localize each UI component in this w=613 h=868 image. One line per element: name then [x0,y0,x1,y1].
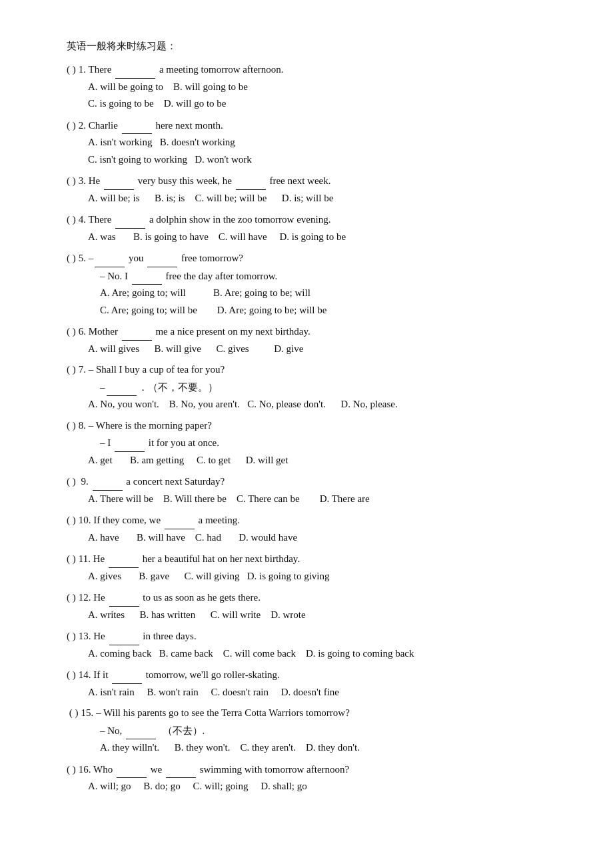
q5-options-row1: A. Are; going to; will B. Are; going to … [100,285,560,302]
question-4: ( ) 4. There a dolphin show in the zoo t… [67,211,560,245]
question-5: ( ) 5. – you free tomorrow? – No. I free… [67,249,560,319]
q8-text: 8. – Where is the morning paper? [79,417,212,435]
q8-paren: ( ) [67,417,76,435]
q5-text: 5. – you free tomorrow? [79,249,243,267]
q7-paren: ( ) [67,361,76,379]
question-7: ( ) 7. – Shall I buy a cup of tea for yo… [67,361,560,413]
question-15: ( ) 15. – Will his parents go to see the… [67,705,560,757]
q5-options-row2: C. Are; going to; will be D. Are; going … [100,302,560,319]
q2-paren: ( ) [67,117,76,135]
q11-text: 11. He her a beautiful hat on her next b… [79,550,300,568]
q10-paren: ( ) [67,512,76,529]
q7-sub1: – ．（不，不要。） [100,379,560,397]
q15-sub1: – No, （不去）. [100,722,560,740]
question-3: ( ) 3. He very busy this week, he free n… [67,172,560,207]
q12-text: 12. He to us as soon as he gets there. [79,589,261,607]
q15-options-row1: A. they willn't. B. they won't. C. they … [100,739,560,757]
q8-options-row1: A. get B. am getting C. to get D. will g… [88,452,560,469]
q9-options-row1: A. There will be B. Will there be C. The… [88,491,560,508]
question-12: ( ) 12. He to us as soon as he gets ther… [67,589,560,623]
q11-paren: ( ) [67,551,76,568]
question-16: ( ) 16. Who we swimming with tomorrow af… [67,761,560,795]
q2-text: 2. Charlie here next month. [79,117,223,135]
q8-sub1: – I it for you at once. [100,434,560,452]
question-1: ( ) 1. There a meeting tomorrow afternoo… [67,61,560,113]
q11-options-row1: A. gives B. gave C. will giving D. is go… [88,568,560,585]
q16-paren: ( ) [67,761,76,779]
q4-text: 4. There a dolphin show in the zoo tomor… [79,211,331,229]
q3-text: 3. He very busy this week, he free next … [79,172,331,190]
q14-paren: ( ) [67,667,76,684]
q6-options-row1: A. will gives B. will give C. gives D. g… [88,341,560,358]
q10-text: 10. If they come, we a meeting. [79,511,240,529]
q2-options-row2: C. isn't going to working D. won't work [88,151,560,169]
q5-paren: ( ) [67,250,76,267]
q12-paren: ( ) [67,589,76,607]
question-6: ( ) 6. Mother me a nice present on my ne… [67,323,560,357]
q9-paren: ( ) [67,473,76,491]
question-9: ( ) 9. a concert next Saturday? A. There… [67,473,560,507]
q14-options-row1: A. isn't rain B. won't rain C. doesn't r… [88,684,560,701]
q3-paren: ( ) [67,173,76,190]
q7-options-row1: A. No, you won't. B. No, you aren't. C. … [88,396,560,413]
question-2: ( ) 2. Charlie here next month. A. isn't… [67,117,560,169]
q4-paren: ( ) [67,211,76,229]
q7-text: 7. – Shall I buy a cup of tea for you? [79,361,225,379]
question-10: ( ) 10. If they come, we a meeting. A. h… [67,511,560,546]
q2-options-row1: A. isn't working B. doesn't working [88,134,560,151]
q1-text: 1. There a meeting tomorrow afternoon. [79,61,284,79]
q16-text: 16. Who we swimming with tomorrow aftern… [79,761,349,779]
q10-options-row1: A. have B. will have C. had D. would hav… [88,529,560,547]
q6-paren: ( ) [67,323,76,341]
q5-sub1: – No. I free the day after tomorrow. [100,267,560,285]
q15-text: 15. – Will his parents go to see the Ter… [81,705,350,722]
q15-paren: ( ) [67,705,79,722]
q13-paren: ( ) [67,628,76,645]
q13-text: 13. He in three days. [79,627,197,645]
q13-options-row1: A. coming back B. came back C. will come… [88,645,560,663]
question-14: ( ) 14. If it tomorrow, we'll go roller-… [67,666,560,701]
question-11: ( ) 11. He her a beautiful hat on her ne… [67,550,560,585]
q1-paren: ( ) [67,61,76,79]
q1-options-row2: C. is going to be D. will go to be [88,95,560,113]
question-8: ( ) 8. – Where is the morning paper? – I… [67,417,560,469]
q1-options-row1: A. will be going to B. will going to be [88,79,560,96]
q6-text: 6. Mother me a nice present on my next b… [79,323,310,341]
q3-options-row1: A. will be; is B. is; is C. will be; wil… [88,190,560,207]
q4-options-row1: A. was B. is going to have C. will have … [88,229,560,246]
title: 英语一般将来时练习题： [67,40,560,53]
q12-options-row1: A. writes B. has written C. will write D… [88,607,560,624]
q9-text: 9. a concert next Saturday? [79,473,225,491]
q14-text: 14. If it tomorrow, we'll go roller-skat… [79,666,280,684]
q16-options-row1: A. will; go B. do; go C. will; going D. … [88,778,560,795]
question-13: ( ) 13. He in three days. A. coming back… [67,627,560,662]
